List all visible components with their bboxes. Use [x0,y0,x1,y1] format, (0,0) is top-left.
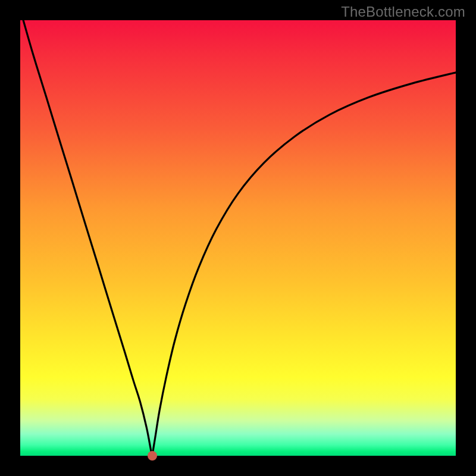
minimum-marker [148,451,157,461]
curve-right-branch [152,73,456,456]
bottleneck-curve [20,20,456,456]
curve-left-branch [23,20,152,456]
chart-frame: TheBottleneck.com [0,0,476,476]
plot-area [20,20,456,456]
watermark-text: TheBottleneck.com [341,4,465,20]
